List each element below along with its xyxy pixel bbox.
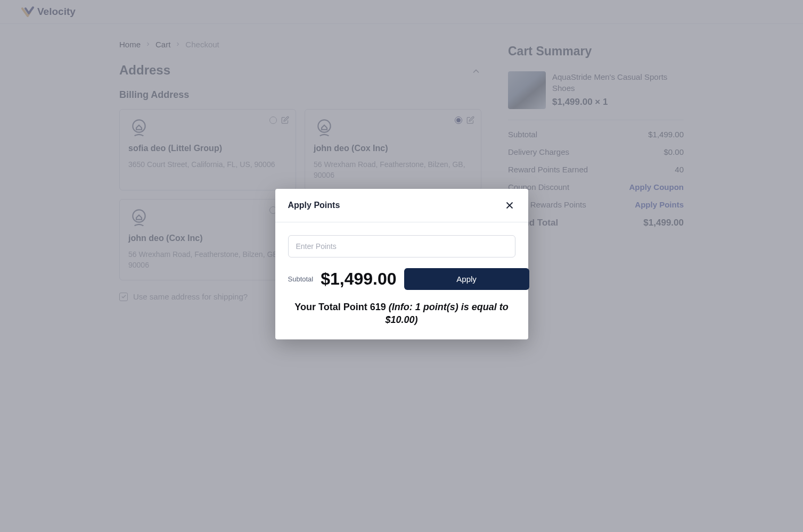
points-input[interactable] (288, 235, 515, 257)
apply-button[interactable]: Apply (404, 268, 529, 290)
modal-subtotal-label: Subtotal (288, 275, 314, 283)
points-info-detail: (Info: 1 point(s) is equal to $10.00) (385, 302, 508, 317)
modal-title: Apply Points (288, 201, 340, 210)
modal-subtotal-value: $1,499.00 (321, 269, 396, 289)
points-info-prefix: Your Total Point 619 (294, 302, 388, 312)
apply-points-modal: Apply Points Subtotal $1,499.00 Apply Yo… (275, 189, 528, 317)
close-icon[interactable] (504, 200, 515, 211)
points-info: Your Total Point 619 (Info: 1 point(s) i… (288, 301, 515, 317)
modal-overlay[interactable]: Apply Points Subtotal $1,499.00 Apply Yo… (0, 0, 803, 317)
